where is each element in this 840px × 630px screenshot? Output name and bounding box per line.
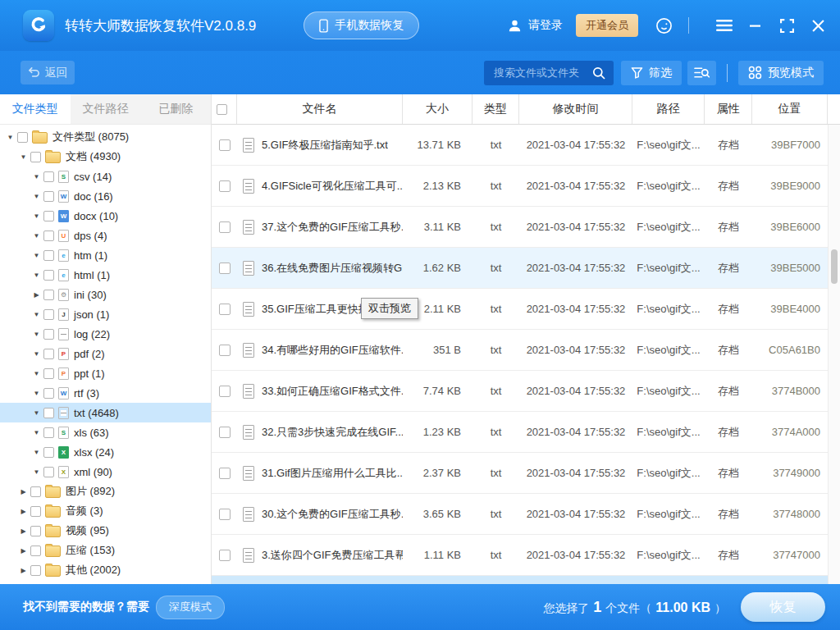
table-header-size[interactable]: 大小	[403, 94, 472, 124]
table-row[interactable]: 36.在线免费图片压缩视频转GI...1.62 KBtxt2021-03-04 …	[212, 248, 840, 289]
tab-file-type[interactable]: 文件类型	[0, 94, 71, 124]
tree-checkbox[interactable]	[43, 368, 54, 379]
tree-item[interactable]: ▼txt (4648)	[0, 403, 211, 422]
minimize-button[interactable]	[745, 15, 766, 36]
tab-file-path[interactable]: 文件路径	[71, 94, 141, 124]
expand-arrow-icon[interactable]: ▼	[32, 409, 41, 417]
expand-arrow-icon[interactable]: ▼	[32, 350, 41, 358]
tree-item[interactable]: ▼Sxls (63)	[0, 422, 211, 442]
table-header-type[interactable]: 类型	[472, 94, 519, 124]
expand-arrow-icon[interactable]: ▼	[32, 272, 41, 279]
tree-item[interactable]: ▼文件类型 (8075)	[0, 127, 211, 147]
tree-item[interactable]: ▼Ppdf (2)	[0, 344, 211, 363]
tree-item[interactable]: ▼文档 (4930)	[0, 147, 211, 167]
filename-cell[interactable]: 30.这个免费的GIF压缩工具秒...	[237, 507, 403, 522]
tree-checkbox[interactable]	[43, 171, 54, 182]
preview-mode-button[interactable]: 预览模式	[738, 61, 824, 85]
tree-checkbox[interactable]	[17, 132, 28, 143]
table-row[interactable]: 30.这个免费的GIF压缩工具秒...3.65 KBtxt2021-03-04 …	[212, 494, 840, 535]
phone-recovery-button[interactable]: 手机数据恢复	[304, 11, 419, 39]
tree-item[interactable]: ▼Udps (4)	[0, 226, 211, 245]
tree-checkbox[interactable]	[43, 191, 54, 202]
table-row[interactable]: 4.GIFSicle可视化压缩工具可...2.13 KBtxt2021-03-0…	[212, 166, 840, 207]
collapse-arrow-icon[interactable]: ▶	[19, 567, 28, 574]
tree-checkbox[interactable]	[30, 486, 41, 497]
filter-button[interactable]: 筛选	[621, 61, 682, 85]
expand-arrow-icon[interactable]: ▼	[32, 429, 41, 436]
table-row[interactable]: 34.有哪些好用的GIF压缩软件...351 Btxt2021-03-04 17…	[212, 330, 840, 371]
search-box[interactable]	[484, 61, 614, 85]
expand-arrow-icon[interactable]: ▼	[6, 134, 15, 141]
deep-mode-button[interactable]: 深度模式	[156, 596, 225, 619]
tree-checkbox[interactable]	[43, 309, 54, 320]
back-button[interactable]: 返回	[21, 61, 75, 84]
row-checkbox[interactable]	[219, 221, 231, 233]
table-header-modified[interactable]: 修改时间	[519, 94, 632, 124]
expand-arrow-icon[interactable]: ▼	[32, 370, 41, 377]
customer-service-button[interactable]	[655, 16, 673, 35]
expand-arrow-icon[interactable]: ▼	[19, 153, 28, 161]
login-button[interactable]: 请登录	[507, 18, 563, 34]
tree-item[interactable]: ▼Wrtf (3)	[0, 383, 211, 403]
tree-checkbox[interactable]	[30, 506, 41, 517]
filename-cell[interactable]: 5.GIF终极压缩指南知乎.txt	[237, 138, 403, 153]
tree-checkbox[interactable]	[43, 427, 54, 438]
tab-deleted[interactable]: 已删除	[140, 94, 211, 124]
scrollbar-thumb[interactable]	[831, 249, 838, 284]
tree-item[interactable]: ▼Xxlsx (24)	[0, 442, 211, 462]
tree-item[interactable]: ▶⚙ini (30)	[0, 285, 211, 304]
maximize-button[interactable]	[776, 15, 797, 36]
table-row[interactable]: 35.GIF压缩工具更快捷...2.11 KBtxt2021-03-04 17:…	[212, 289, 840, 330]
row-checkbox[interactable]	[219, 304, 231, 315]
row-checkbox[interactable]	[219, 139, 231, 151]
tree-checkbox[interactable]	[43, 349, 54, 359]
recover-button[interactable]: 恢复	[741, 592, 825, 622]
search-input[interactable]	[492, 66, 592, 80]
expand-arrow-icon[interactable]: ▼	[32, 173, 41, 180]
collapse-arrow-icon[interactable]: ▶	[32, 291, 41, 299]
expand-arrow-icon[interactable]: ▼	[32, 232, 41, 240]
filename-cell[interactable]: 3.送你四个GIF免费压缩工具帮...	[237, 548, 403, 563]
row-checkbox[interactable]	[219, 427, 231, 438]
tree-checkbox[interactable]	[43, 250, 54, 261]
search-in-results-button[interactable]	[687, 61, 716, 85]
table-row-partial-selected[interactable]	[212, 576, 840, 584]
close-button[interactable]	[807, 15, 829, 36]
table-header-location[interactable]: 位置	[752, 94, 828, 124]
tree-checkbox[interactable]	[43, 388, 54, 399]
collapse-arrow-icon[interactable]: ▶	[19, 488, 28, 495]
tree-item[interactable]: ▼Xxml (90)	[0, 462, 211, 482]
filename-cell[interactable]: 4.GIFSicle可视化压缩工具可...	[237, 179, 403, 194]
tree-checkbox[interactable]	[30, 526, 41, 536]
tree-item[interactable]: ▼Pppt (1)	[0, 363, 211, 383]
expand-arrow-icon[interactable]: ▼	[32, 331, 41, 338]
table-header-attr[interactable]: 属性	[705, 94, 752, 124]
filename-cell[interactable]: 37.这个免费的GIF压缩工具秒...	[237, 220, 403, 235]
filename-cell[interactable]: 31.Gif图片压缩用什么工具比...	[237, 466, 403, 481]
table-header-path[interactable]: 路径	[632, 94, 705, 124]
tree-item[interactable]: ▼ehtm (1)	[0, 245, 211, 265]
tree-item[interactable]: ▶其他 (2002)	[0, 560, 211, 580]
filename-cell[interactable]: 32.只需3步快速完成在线GIF...	[237, 425, 403, 440]
table-row[interactable]: 5.GIF终极压缩指南知乎.txt13.71 KBtxt2021-03-04 1…	[212, 125, 840, 166]
menu-button[interactable]	[714, 15, 735, 36]
table-row[interactable]: 32.只需3步快速完成在线GIF...1.23 KBtxt2021-03-04 …	[212, 412, 840, 453]
row-checkbox[interactable]	[219, 180, 231, 192]
tree-checkbox[interactable]	[43, 231, 54, 241]
collapse-arrow-icon[interactable]: ▶	[19, 547, 28, 555]
open-vip-button[interactable]: 开通会员	[576, 14, 638, 37]
expand-arrow-icon[interactable]: ▼	[32, 212, 41, 220]
tree-checkbox[interactable]	[30, 546, 41, 556]
tree-checkbox[interactable]	[30, 565, 41, 576]
table-row[interactable]: 33.如何正确压缩GIF格式文件...7.74 KBtxt2021-03-04 …	[212, 371, 840, 412]
expand-arrow-icon[interactable]: ▼	[32, 390, 41, 397]
tree-item[interactable]: ▶视频 (95)	[0, 521, 211, 541]
tree-item[interactable]: ▼Wdoc (16)	[0, 186, 211, 206]
tree-item[interactable]: ▶压缩 (153)	[0, 541, 211, 560]
tree-item[interactable]: ▼ehtml (1)	[0, 265, 211, 285]
tree-item[interactable]: ▼log (22)	[0, 324, 211, 344]
table-row[interactable]: 31.Gif图片压缩用什么工具比...2.37 KBtxt2021-03-04 …	[212, 453, 840, 494]
tree-checkbox[interactable]	[43, 447, 54, 458]
expand-arrow-icon[interactable]: ▼	[32, 252, 41, 259]
table-row[interactable]: 3.送你四个GIF免费压缩工具帮...1.11 KBtxt2021-03-04 …	[212, 535, 840, 576]
